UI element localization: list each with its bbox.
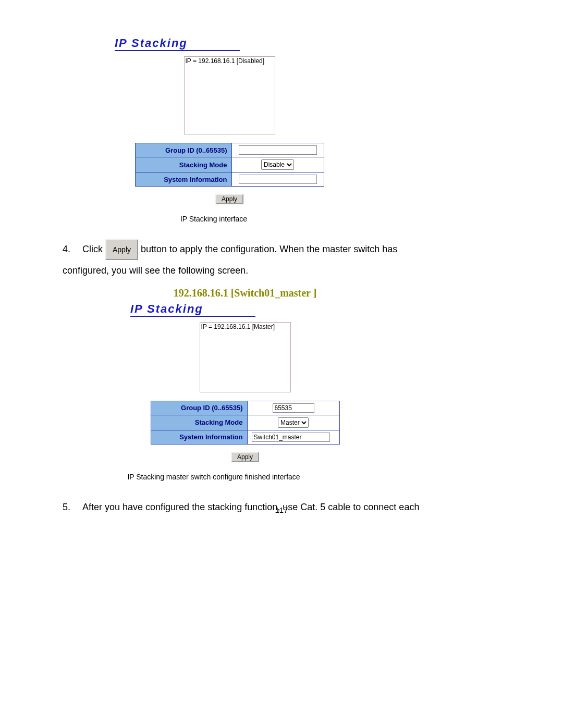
stacking-mode-label: Stacking Mode <box>135 157 231 172</box>
stacking-mode-label: Stacking Mode <box>151 415 247 430</box>
ip-stacking-heading-1: IP Stacking <box>115 36 240 51</box>
ip-stacking-panel-1: IP Stacking IP = 192.168.16.1 [Disabled]… <box>115 36 344 204</box>
apply-button-2[interactable]: Apply <box>231 452 259 462</box>
ip-list-1[interactable]: IP = 192.168.16.1 [Disabled] <box>184 56 275 134</box>
inline-apply-button: Apply <box>105 239 138 260</box>
caption-2: IP Stacking master switch configure fini… <box>0 473 427 481</box>
apply-button-1[interactable]: Apply <box>215 194 243 204</box>
group-id-label: Group ID (0..65535) <box>135 143 231 157</box>
ip-list-item[interactable]: IP = 192.168.16.1 [Disabled] <box>186 57 274 65</box>
step4-post2: configured, you will see the following s… <box>63 260 438 281</box>
group-id-input-2[interactable] <box>273 403 314 413</box>
ip-stacking-heading-2: IP Stacking <box>130 302 255 317</box>
step4-post1: button to apply the configuration. When … <box>141 244 397 254</box>
ip-stacking-panel-2: 192.168.16.1 [Switch01_master ] IP Stack… <box>130 287 360 462</box>
document-page: IP Stacking IP = 192.168.16.1 [Disabled]… <box>0 0 563 728</box>
ip-list-2[interactable]: IP = 192.168.16.1 [Master] <box>200 322 291 392</box>
config-table-1: Group ID (0..65535) Stacking Mode Disabl… <box>135 143 324 187</box>
page-number: 117 <box>0 505 563 514</box>
stacking-mode-select-2[interactable]: Master <box>278 417 309 428</box>
group-id-label: Group ID (0..65535) <box>151 401 247 415</box>
context-title: 192.168.16.1 [Switch01_master ] <box>130 287 360 299</box>
system-info-label: System Information <box>151 430 247 444</box>
step4-pre: Click <box>82 244 105 254</box>
system-info-input-2[interactable] <box>252 433 330 442</box>
step-number: 4. <box>63 239 82 260</box>
stacking-mode-select-1[interactable]: Disable <box>261 159 294 170</box>
caption-1: IP Stacking interface <box>0 215 427 223</box>
ip-list-item[interactable]: IP = 192.168.16.1 [Master] <box>201 323 289 330</box>
system-info-input-1[interactable] <box>239 175 317 184</box>
system-info-label: System Information <box>135 172 231 187</box>
group-id-input-1[interactable] <box>239 145 317 155</box>
config-table-2: Group ID (0..65535) Stacking Mode Master… <box>151 401 340 445</box>
step-4-text: 4. Click Apply button to apply the confi… <box>63 239 438 282</box>
